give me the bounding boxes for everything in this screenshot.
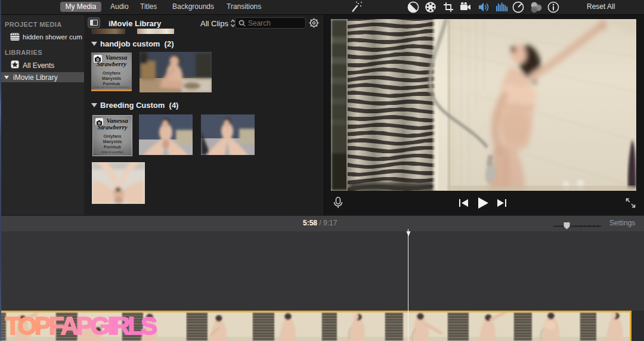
svg-text:TOPFAPGIRLS: TOPFAPGIRLS (5, 312, 157, 340)
